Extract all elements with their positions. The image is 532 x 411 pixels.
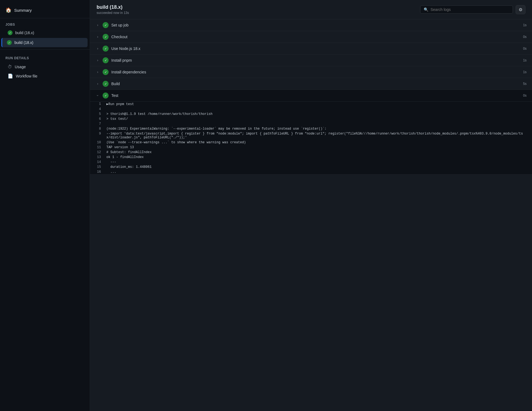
log-line: 1▶Run pnpm test [90, 102, 532, 107]
line-number: 10 [90, 141, 106, 144]
sidebar-job-job-18[interactable]: ✓build (18.x) [1, 38, 88, 47]
sidebar-jobs-list: ✓build (16.x)✓build (18.x) [0, 28, 90, 47]
log-line: 4 [90, 107, 532, 112]
steps-container: ›✓Set up job1s›✓Checkout0s›✓Use Node.js … [90, 19, 532, 411]
line-number: 13 [90, 155, 106, 159]
search-box[interactable]: 🔍 [420, 5, 513, 14]
line-number: 14 [90, 160, 106, 164]
sidebar-detail-workflow[interactable]: 📄Workflow file [2, 72, 88, 81]
line-number: 15 [90, 165, 106, 169]
line-content: TAP version 13 [106, 145, 527, 149]
step-check-icon: ✓ [103, 46, 109, 52]
step-check-icon: ✓ [103, 81, 109, 87]
line-number: 8 [90, 127, 106, 131]
log-line: 6> tsx test/ [90, 117, 532, 121]
chevron-icon: › [96, 93, 100, 98]
step-row-set-up-job[interactable]: ›✓Set up job1s [90, 19, 532, 31]
step-duration: 1s [518, 70, 527, 74]
step-name: Checkout [111, 35, 516, 39]
log-line: 10(Use `node --trace-warnings ...` to sh… [90, 140, 532, 145]
log-line: 11TAP version 13 [90, 145, 532, 150]
line-number: 12 [90, 150, 106, 154]
step-check-icon: ✓ [103, 69, 109, 75]
line-content: ... [106, 170, 527, 174]
line-content: ▶Run pnpm test [106, 102, 527, 106]
line-number: 5 [90, 112, 106, 116]
sidebar-job-job-16[interactable]: ✓build (16.x) [2, 28, 88, 37]
header-right: 🔍 ⚙ [420, 5, 525, 14]
check-icon: ✓ [8, 30, 13, 35]
step-row-checkout[interactable]: ›✓Checkout0s [90, 31, 532, 43]
log-line: 12# Subtest: findAllIndex [90, 150, 532, 155]
step-duration: 0s [518, 94, 527, 97]
log-line: 13ok 1 - findAllIndex [90, 155, 532, 160]
step-name: Build [111, 82, 516, 86]
step-row-test[interactable]: ›✓Test0s [90, 90, 532, 102]
run-details-label: Run details [0, 52, 90, 62]
line-content: (node:1922) ExperimentalWarning: `--expe… [106, 127, 527, 131]
line-content: --import 'data:text/javascript,import { … [106, 132, 527, 139]
chevron-icon: › [95, 23, 100, 27]
sidebar-summary-link[interactable]: 🏠 Summary [0, 4, 90, 16]
steps-list: ›✓Set up job1s›✓Checkout0s›✓Use Node.js … [90, 19, 532, 175]
step-check-icon: ✓ [103, 34, 109, 40]
home-icon: 🏠 [5, 7, 11, 13]
sidebar-details-list: ⏱Usage📄Workflow file [0, 62, 90, 81]
workflow-icon: 📄 [8, 73, 13, 79]
usage-icon: ⏱ [8, 64, 12, 69]
line-content: duration_ms: 1.448061 [106, 165, 527, 169]
chevron-icon: › [95, 70, 100, 74]
sidebar-job-label: build (18.x) [14, 40, 33, 45]
line-number: 16 [90, 170, 106, 174]
chevron-icon: › [95, 47, 100, 50]
chevron-icon: › [95, 82, 100, 86]
sidebar-detail-label: Workflow file [16, 74, 37, 78]
line-content: > thorish@1.1.9 test /home/runner/work/t… [106, 112, 527, 116]
step-duration: 1s [518, 23, 527, 27]
main-header: build (18.x) succeeded now in 13s 🔍 ⚙ [90, 0, 532, 19]
line-number: 11 [90, 145, 106, 149]
log-line: 7 [90, 121, 532, 126]
sidebar-summary-label: Summary [14, 8, 32, 13]
line-content: # Subtest: findAllIndex [106, 150, 527, 154]
log-output-test: 1▶Run pnpm test45> thorish@1.1.9 test /h… [90, 102, 532, 175]
line-content: (Use `node --trace-warnings ...` to show… [106, 141, 527, 144]
log-line: 8(node:1922) ExperimentalWarning: `--exp… [90, 126, 532, 131]
search-icon: 🔍 [424, 7, 428, 12]
step-row-use-nodejs[interactable]: ›✓Use Node.js 18.x0s [90, 43, 532, 55]
sidebar-divider-2 [0, 49, 90, 50]
log-line: 9--import 'data:text/javascript,import {… [90, 131, 532, 140]
step-row-install-deps[interactable]: ›✓Install dependencies1s [90, 66, 532, 78]
log-line: 16 ... [90, 169, 532, 174]
line-number: 7 [90, 122, 106, 126]
sidebar-job-label: build (16.x) [15, 31, 34, 35]
step-name: Use Node.js 18.x [111, 46, 516, 51]
check-icon: ✓ [7, 40, 12, 45]
header-left: build (18.x) succeeded now in 13s [97, 4, 129, 15]
sidebar-detail-label: Usage [15, 65, 26, 69]
step-name: Set up job [111, 23, 516, 27]
step-name: Install dependencies [111, 70, 516, 74]
step-duration: 0s [518, 47, 527, 50]
line-number: 6 [90, 117, 106, 121]
gear-button[interactable]: ⚙ [516, 5, 525, 14]
line-content: ok 1 - findAllIndex [106, 155, 527, 159]
step-row-install-pnpm[interactable]: ›✓Install pnpm1s [90, 55, 532, 66]
line-number: 4 [90, 107, 106, 111]
job-subtitle: succeeded now in 13s [97, 11, 129, 15]
line-number: 1 [90, 102, 106, 106]
step-duration: 1s [518, 58, 527, 62]
step-check-icon: ✓ [103, 93, 109, 99]
jobs-section-label: Jobs [0, 20, 90, 28]
main-content: build (18.x) succeeded now in 13s 🔍 ⚙ ›✓… [90, 0, 532, 411]
sidebar-detail-usage[interactable]: ⏱Usage [2, 62, 88, 71]
step-duration: 0s [518, 35, 527, 39]
log-line: 5> thorish@1.1.9 test /home/runner/work/… [90, 112, 532, 117]
search-logs-input[interactable] [431, 7, 509, 12]
step-row-build[interactable]: ›✓Build5s [90, 78, 532, 90]
log-line: 14 --- [90, 160, 532, 165]
step-duration: 5s [518, 82, 527, 86]
sidebar: 🏠 Summary Jobs ✓build (16.x)✓build (18.x… [0, 0, 90, 411]
step-name: Install pnpm [111, 58, 516, 62]
step-check-icon: ✓ [103, 22, 109, 28]
